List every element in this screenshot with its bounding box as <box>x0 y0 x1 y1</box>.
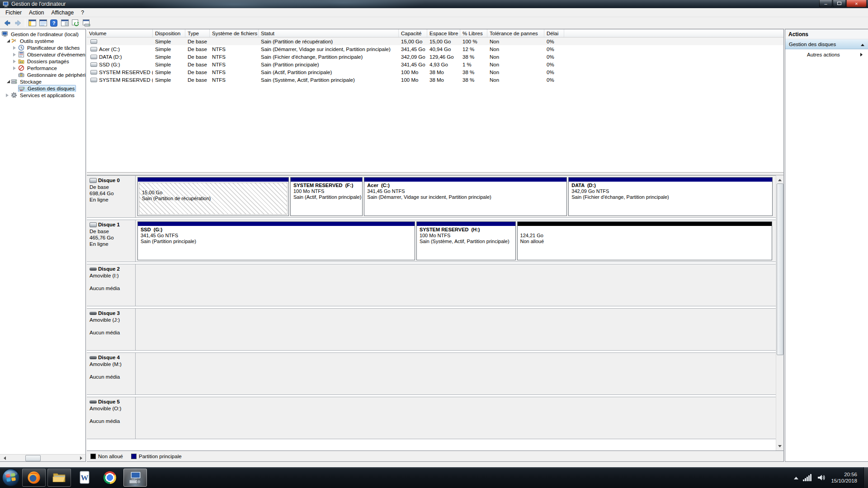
network-icon[interactable] <box>803 474 812 481</box>
collapse-arrow-icon[interactable] <box>13 46 18 50</box>
tree-item-stockage[interactable]: Stockage <box>0 78 85 85</box>
partition-unallocated[interactable]: 124,21 Go Non alloué <box>517 221 773 260</box>
expand-arrow-icon[interactable] <box>5 39 11 42</box>
refresh-button[interactable] <box>70 18 81 28</box>
collapse-arrow-icon[interactable] <box>13 53 18 56</box>
tree-item-outils-systeme[interactable]: Outils système <box>0 38 85 44</box>
tree-item-performance[interactable]: Performance <box>0 65 85 71</box>
column-header-statut[interactable]: Statut <box>259 29 399 37</box>
menu-action[interactable]: Action <box>25 9 47 17</box>
tree-item-computer-management[interactable]: Gestion de l'ordinateur (local) <box>0 31 85 38</box>
forward-button[interactable] <box>13 18 24 28</box>
forward-icon <box>14 19 22 27</box>
column-header-pct-libres[interactable]: % Libres <box>460 29 487 37</box>
taskbar-computer-management-button[interactable] <box>123 469 147 487</box>
column-header-systeme-fichiers[interactable]: Système de fichiers <box>210 29 259 37</box>
column-header-espace-libre[interactable]: Espace libre <box>427 29 460 37</box>
column-header-tolerance[interactable]: Tolérance de pannes <box>487 29 544 37</box>
collapse-arrow-icon[interactable] <box>5 94 11 97</box>
scroll-up-button[interactable] <box>776 175 783 183</box>
collapse-group-icon[interactable] <box>861 42 864 46</box>
tree-item-dossiers-partages[interactable]: Dossiers partagés <box>0 58 85 65</box>
partition-system-reserved-f[interactable]: SYSTEM RESERVED (F:) 100 Mo NTFS Sain (A… <box>290 177 363 216</box>
actions-title: Actions <box>785 29 868 39</box>
tree-item-gestion-des-disques[interactable]: Gestion des disques <box>0 85 85 92</box>
partition-system-reserved-h[interactable]: SYSTEM RESERVED (H:) 100 Mo NTFS Sain (S… <box>416 221 516 260</box>
disk-label[interactable]: Disque 5 Amovible (O:) Aucun média <box>87 397 136 439</box>
volume-row[interactable]: SSD (G:) Simple De base NTFS Sain (Parti… <box>87 61 783 68</box>
toolbar-separator <box>25 19 25 27</box>
legend-swatch-unallocated <box>90 454 96 459</box>
scroll-right-button[interactable] <box>78 455 85 462</box>
properties-window-icon <box>61 19 69 26</box>
scroll-left-button[interactable] <box>0 455 7 462</box>
back-button[interactable] <box>2 18 13 28</box>
start-button[interactable] <box>1 468 20 487</box>
show-hidden-icons-icon[interactable] <box>794 474 798 479</box>
menu-affichage[interactable]: Affichage <box>47 9 77 17</box>
volume-row[interactable]: Acer (C:) Simple De base NTFS Sain (Déma… <box>87 45 783 53</box>
taskbar-chrome-button[interactable] <box>98 469 122 487</box>
disk-label[interactable]: Disque 1 De base 465,76 Go En ligne <box>87 220 136 262</box>
disk-label[interactable]: Disque 2 Amovible (I:) Aucun média <box>87 264 136 306</box>
partition-data-d[interactable]: DATA (D:) 342,09 Go NTFS Sain (Fichier d… <box>568 177 773 216</box>
tree-item-observateur[interactable]: Observateur d'événements <box>0 51 85 58</box>
taskbar-explorer-button[interactable] <box>47 469 71 487</box>
column-header-capacite[interactable]: Capacité <box>399 29 427 37</box>
menu-help[interactable]: ? <box>77 9 88 17</box>
volume-icon[interactable] <box>817 474 826 481</box>
column-header-type[interactable]: Type <box>185 29 210 37</box>
actions-item-more-actions[interactable]: Autres actions <box>785 49 868 60</box>
scrollbar-thumb[interactable] <box>25 455 41 461</box>
disk-label[interactable]: Disque 4 Amovible (M:) Aucun média <box>87 353 136 394</box>
scrollbar-thumb[interactable] <box>777 183 783 355</box>
device-manager-icon <box>18 72 25 78</box>
show-desktop-button[interactable] <box>863 467 868 488</box>
disk-partitions: SSD (G:) 341,45 Go NTFS Sain (Partition … <box>136 220 776 262</box>
disk-label[interactable]: Disque 3 Amovible (J:) Aucun média <box>87 309 136 350</box>
taskbar-firefox-button[interactable] <box>22 469 46 487</box>
tree-item-planificateur[interactable]: Planificateur de tâches <box>0 44 85 51</box>
scroll-down-button[interactable] <box>776 443 783 450</box>
properties-button[interactable] <box>59 18 70 28</box>
volume-row[interactable]: SYSTEM RESERVED (F:) Simple De base NTFS… <box>87 68 783 76</box>
explorer-icon <box>52 471 66 484</box>
help-button[interactable]: ? <box>48 18 59 28</box>
column-header-disposition[interactable]: Disposition <box>153 29 185 37</box>
list-window-icon <box>39 19 47 26</box>
taskbar: W <box>0 467 868 488</box>
volume-row[interactable]: DATA (D:) Simple De base NTFS Sain (Fich… <box>87 53 783 61</box>
titlebar[interactable]: Gestion de l'ordinateur – × <box>0 0 868 8</box>
tree-item-gestionnaire-peripheriques[interactable]: Gestionnaire de périphériques <box>0 71 85 78</box>
column-header-delai[interactable]: Délai <box>544 29 564 37</box>
partition-recovery[interactable]: 15,00 Go Sain (Partition de récupération… <box>137 177 289 216</box>
menu-fichier[interactable]: Fichier <box>2 9 25 17</box>
close-button[interactable]: × <box>846 0 867 7</box>
computer-management-window: Gestion de l'ordinateur – × Fichier Acti… <box>0 0 868 467</box>
taskbar-word-button[interactable]: W <box>73 469 96 487</box>
taskbar-clock[interactable]: 20:56 15/10/2018 <box>831 471 857 484</box>
expand-arrow-icon[interactable] <box>5 80 11 83</box>
disk-view-vertical-scrollbar[interactable] <box>776 175 783 450</box>
collapse-arrow-icon[interactable] <box>13 60 18 63</box>
tree-label: Gestion de l'ordinateur (local) <box>10 32 80 37</box>
partition-acer-c[interactable]: Acer (C:) 341,45 Go NTFS Sain (Démarrer,… <box>364 177 567 216</box>
volume-row[interactable]: Simple De base Sain (Partition de récupé… <box>87 38 783 45</box>
show-console-tree-button[interactable] <box>27 18 38 28</box>
partition-color-bar <box>138 222 415 226</box>
partition-ssd-g[interactable]: SSD (G:) 341,45 Go NTFS Sain (Partition … <box>137 221 415 260</box>
menubar: Fichier Action Affichage ? <box>0 8 868 17</box>
export-list-button[interactable] <box>38 18 48 28</box>
volume-row[interactable]: SYSTEM RESERVED (H:) Simple De base NTFS… <box>87 76 783 84</box>
actions-group-disk-management[interactable]: Gestion des disques <box>785 39 868 49</box>
tree-item-services-applications[interactable]: Services et applications <box>0 92 85 99</box>
tree-horizontal-scrollbar[interactable] <box>0 454 85 461</box>
maximize-button[interactable] <box>833 0 846 7</box>
minimize-button[interactable]: – <box>819 0 832 7</box>
collapse-arrow-icon[interactable] <box>13 66 18 70</box>
column-header-volume[interactable]: Volume <box>87 29 153 37</box>
disk-console-button[interactable] <box>81 18 92 28</box>
disk-label[interactable]: Disque 0 De base 698,64 Go En ligne <box>87 176 136 217</box>
pane-splitter[interactable] <box>87 172 783 175</box>
computer-management-icon <box>128 471 142 484</box>
